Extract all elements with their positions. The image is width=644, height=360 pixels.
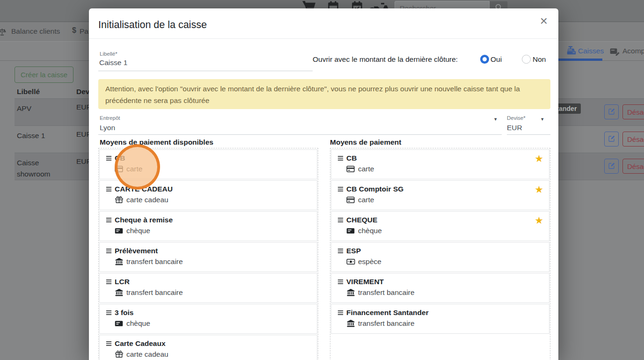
payment-type-label: carte xyxy=(126,165,142,173)
payment-method-item[interactable]: LCR transfert bancaire xyxy=(99,273,317,303)
drag-handle-icon[interactable] xyxy=(337,279,344,285)
deactivate-button[interactable]: Désac xyxy=(622,132,644,147)
entrepot-select[interactable]: Lyon xyxy=(100,124,115,132)
devise-select[interactable]: EUR xyxy=(507,124,522,132)
payment-method-name: CARTE CADEAU xyxy=(115,185,173,193)
cell-libelle: Caisse showroom xyxy=(17,157,66,180)
gift-icon xyxy=(114,350,124,359)
money-check-icon xyxy=(345,227,356,235)
modal-title: Initialisation de la caisse xyxy=(98,19,207,31)
payment-method-name: Prélèvement xyxy=(115,247,158,255)
drag-handle-icon[interactable] xyxy=(337,155,344,162)
edit-button[interactable] xyxy=(604,132,619,147)
bank-icon xyxy=(114,257,124,266)
radio-oui[interactable] xyxy=(480,55,489,64)
drag-handle-icon[interactable] xyxy=(105,309,112,316)
drag-handle-icon[interactable] xyxy=(105,155,112,162)
payment-type-label: chèque xyxy=(126,319,150,328)
drag-handle-icon[interactable] xyxy=(105,217,112,223)
payment-method-name: VIREMENT xyxy=(346,278,384,286)
gift-icon xyxy=(114,196,124,204)
available-payments-list: CB carte CARTE CADEAU carte cadeau Chequ… xyxy=(98,148,318,360)
payment-method-name: Cheque à remise xyxy=(115,216,173,224)
payment-method-item[interactable]: Cheque à remise chèque xyxy=(99,211,317,241)
libelle-label: Libellé* xyxy=(100,51,117,57)
payment-type-label: carte xyxy=(358,165,374,173)
money-bill-icon xyxy=(345,257,356,266)
bank-icon xyxy=(345,319,356,328)
payment-type-label: carte cadeau xyxy=(126,196,168,204)
deactivate-button[interactable]: Désac xyxy=(622,159,644,174)
radio-non[interactable] xyxy=(522,55,531,64)
favorite-star-icon[interactable]: ★ xyxy=(534,184,543,195)
available-payments-title: Moyens de paiement disponibles xyxy=(100,138,213,147)
close-button[interactable]: × xyxy=(537,14,550,28)
money-check-icon xyxy=(114,319,124,328)
nav-balance-clients[interactable]: Balance clients xyxy=(11,27,60,36)
money-check-icon xyxy=(114,227,124,235)
edit-button[interactable] xyxy=(604,104,619,119)
chevron-down-icon[interactable]: ▾ xyxy=(541,116,544,122)
payment-method-name: CB Comptoir SG xyxy=(346,185,403,193)
active-tab-underline xyxy=(552,59,602,61)
drag-handle-icon[interactable] xyxy=(105,279,112,285)
payment-method-item[interactable]: CB Comptoir SG carte ★ xyxy=(331,180,549,210)
edit-button[interactable] xyxy=(604,159,619,174)
drag-handle-icon[interactable] xyxy=(105,248,112,254)
note-edit-icon xyxy=(610,47,621,56)
payment-method-item[interactable]: CHEQUE chèque ★ xyxy=(331,211,549,241)
payment-method-item[interactable]: ESP espèce xyxy=(331,242,549,272)
radio-oui-label[interactable]: Oui xyxy=(490,55,502,64)
libelle-input[interactable] xyxy=(98,57,313,71)
payment-method-item[interactable]: CB carte ★ xyxy=(331,149,549,179)
payment-method-item[interactable]: VIREMENT transfert bancaire xyxy=(331,273,549,303)
devise-label: Devise* xyxy=(507,115,526,121)
dollar-icon: $ xyxy=(72,26,76,35)
favorite-star-icon[interactable]: ★ xyxy=(534,215,543,226)
last-closure-question: Ouvrir avec le montant de la dernière cl… xyxy=(313,55,458,64)
drag-handle-icon[interactable] xyxy=(337,217,344,223)
devise-underline xyxy=(507,134,550,135)
payment-method-item[interactable]: 3 fois chèque xyxy=(99,304,317,334)
payment-method-item[interactable]: Prélèvement transfert bancaire xyxy=(99,242,317,272)
drag-handle-icon[interactable] xyxy=(337,248,344,254)
payment-method-name: CB xyxy=(346,154,357,162)
payment-method-item[interactable]: CARTE CADEAU carte cadeau xyxy=(99,180,317,210)
payment-method-item[interactable]: Carte Cadeaux carte cadeau xyxy=(99,335,317,360)
entrepot-label: Entrepôt xyxy=(100,115,120,121)
tab-acomptes[interactable]: Acomp xyxy=(622,47,644,55)
favorite-star-icon[interactable]: ★ xyxy=(534,153,543,164)
deactivate-button[interactable]: Désac xyxy=(622,104,644,119)
payment-method-item[interactable]: CB carte xyxy=(99,149,317,179)
tab-caisses[interactable]: Caisses xyxy=(578,47,604,55)
payment-type-label: transfert bancaire xyxy=(358,319,415,328)
payment-method-name: Carte Cadeaux xyxy=(115,339,166,348)
payment-type-label: carte cadeau xyxy=(126,350,168,359)
payment-method-name: CB xyxy=(115,154,125,162)
payment-method-name: CHEQUE xyxy=(346,216,377,224)
modal-header: Initialisation de la caisse × xyxy=(89,8,558,39)
payment-type-label: chèque xyxy=(358,227,382,235)
drag-handle-icon[interactable] xyxy=(337,186,344,192)
edit-pencil-icon xyxy=(608,162,615,171)
cell-libelle: Caisse 1 xyxy=(17,130,66,141)
payment-type-label: transfert bancaire xyxy=(126,288,183,297)
radio-non-label[interactable]: Non xyxy=(533,55,546,64)
cash-register-icon xyxy=(567,46,576,55)
credit-card-icon xyxy=(114,165,124,173)
payment-method-name: ESP xyxy=(346,247,361,255)
payment-method-item[interactable]: Financement Santander transfert bancaire xyxy=(331,304,549,334)
create-cash-button[interactable]: Créer la caisse xyxy=(15,66,73,83)
selected-payments-title: Moyens de paiement xyxy=(330,138,401,147)
payment-method-name: 3 fois xyxy=(115,309,133,317)
credit-card-icon xyxy=(345,165,356,173)
drag-handle-icon[interactable] xyxy=(337,309,344,316)
init-cash-modal: Initialisation de la caisse × Libellé* O… xyxy=(89,8,558,360)
warning-alert: Attention, avec l'option "ouvrir avec le… xyxy=(98,79,550,109)
payment-type-label: chèque xyxy=(126,227,150,235)
payment-method-name: Financement Santander xyxy=(346,309,429,317)
drag-handle-icon[interactable] xyxy=(105,340,112,347)
chevron-down-icon[interactable]: ▾ xyxy=(494,116,497,122)
drag-handle-icon[interactable] xyxy=(105,186,112,192)
cell-libelle: APV xyxy=(17,103,66,114)
